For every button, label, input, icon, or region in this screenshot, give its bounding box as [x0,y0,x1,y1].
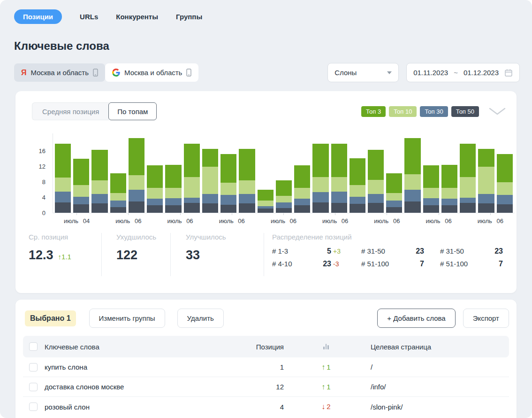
chart-bar[interactable] [331,144,347,213]
chart-bar[interactable] [129,138,144,213]
bar-segment-top3 [404,138,420,175]
bar-segment-top30 [202,194,218,204]
add-words-button[interactable]: + Добавить слова [377,309,455,328]
stat-label: Улучшилось [186,233,264,241]
legend-badge-top10[interactable]: Топ 10 [389,106,417,117]
bar-segment-top30 [276,202,292,208]
y-tick-label: 16 [39,147,46,155]
chip-label: Москва и область [124,69,182,77]
chart-bar[interactable] [165,165,181,213]
bar-segment-top10 [202,167,218,194]
bar-segment-top30 [73,197,89,204]
tab-positions[interactable]: Позиции [14,9,62,24]
project-select-value: Слоны [334,69,357,77]
table-row: розовый слон 4 ↓2 /slon-pink/ [23,397,509,417]
collapse-chart-button[interactable] [488,107,506,116]
bar-segment-top3 [350,158,365,185]
row-checkbox[interactable] [29,403,38,411]
chart-bar[interactable] [441,165,457,213]
chart-mode-toggle: Средняя позиция По топам [32,102,157,120]
mobile-icon [186,69,191,77]
bar-segment-top10 [165,188,181,198]
chart-bar[interactable] [312,144,328,213]
x-tick-label: июль 06 [478,213,503,224]
bar-segment-top30 [497,195,513,204]
stat-value: 33 [186,248,200,263]
stat-value: 122 [116,248,137,263]
bar-segment-top10 [497,182,513,195]
stat-average-position: Ср. позиция 12.3 ↑1.1 [15,233,101,276]
bar-segment-top3 [368,150,384,180]
bar-segment-top3 [91,150,107,180]
bar-segment-top30 [129,190,144,201]
chart-bar[interactable] [147,165,163,213]
target-page-cell[interactable]: / [368,363,509,371]
tab-competitors[interactable]: Конкуренты [116,13,158,21]
distribution-label: Распределение позиций [272,233,517,241]
bar-segment-top3 [110,173,126,193]
search-engine-chip-yandex[interactable]: Я Москва и область [14,63,105,82]
bar-segment-top30 [184,198,200,203]
search-engine-chip-google[interactable]: Москва и область [105,63,198,82]
bar-segment-top10 [423,188,439,198]
legend-badge-top30[interactable]: Топ 30 [420,106,448,117]
export-button[interactable]: Экспорт [463,309,509,328]
chart-bar[interactable] [202,149,218,213]
chart-bar[interactable] [497,154,513,213]
chart-bar[interactable] [91,150,107,213]
chart-bar[interactable] [110,173,126,213]
header-position: Позиция [232,343,284,351]
row-checkbox[interactable] [29,383,38,391]
legend-badge-top3[interactable]: Топ 3 [361,106,386,117]
edit-groups-button[interactable]: Изменить группы [89,309,165,328]
bar-segment-top30 [404,190,420,201]
chart-bar[interactable] [294,165,310,213]
bar-segment-top10 [478,167,494,194]
stat-value: 12.3 [29,248,53,263]
tab-urls[interactable]: URLs [80,13,98,21]
y-tick-label: 4 [42,194,46,201]
chart-bar[interactable] [478,149,494,213]
chart-bar[interactable] [184,144,200,213]
position-change-cell: ↓2 [284,403,368,411]
chart-bar[interactable] [404,138,420,213]
chart-bar[interactable] [350,158,365,213]
bar-segment-top10 [129,175,144,190]
bar-segment-top30 [55,192,71,202]
x-tick-label: июль 06 [167,213,193,224]
distribution-group: # 1-3 5 +3 # 4-10 23 -3 [272,247,345,268]
bar-segment-top10 [294,188,310,199]
chart-bar[interactable] [239,149,255,213]
select-all-checkbox[interactable] [29,342,38,351]
chart-bar[interactable] [220,154,236,213]
row-checkbox[interactable] [29,363,38,372]
target-page-cell[interactable]: /slon-pink/ [368,403,509,411]
chart-bar[interactable] [386,173,402,213]
date-range-picker[interactable]: 01.11.2023 ~ 01.12.2023 [406,63,520,82]
chart-bar[interactable] [73,159,89,213]
toggle-average-position[interactable]: Средняя позиция [32,102,109,120]
bar-segment-top3 [478,149,494,167]
chart-bar[interactable] [368,150,384,213]
toggle-by-tops[interactable]: По топам [108,102,157,120]
date-separator: ~ [454,69,458,77]
bar-segment-top50 [258,209,274,213]
x-tick-label: июль 06 [219,213,245,224]
stat-label: Ср. позиция [29,233,101,241]
delete-button[interactable]: Удалить [177,309,224,328]
project-select[interactable]: Слоны [327,63,399,82]
chart-bar[interactable] [423,165,439,213]
bar-segment-top30 [312,192,328,202]
chart-bar[interactable] [276,180,292,213]
tab-groups[interactable]: Группы [176,13,202,21]
chart-x-axis: июль 04июль 06июль 06июль 06июль 06июль … [53,213,515,224]
bar-segment-top30 [220,195,236,205]
bar-segment-top50 [423,205,439,213]
target-page-cell[interactable]: /info/ [368,383,509,391]
bar-segment-top30 [441,199,457,205]
bar-segment-top30 [110,201,126,207]
chart-bar[interactable] [258,190,274,213]
chart-bar[interactable] [55,144,71,213]
chart-bar[interactable] [460,144,476,213]
legend-badge-top50[interactable]: Топ 50 [451,106,479,117]
